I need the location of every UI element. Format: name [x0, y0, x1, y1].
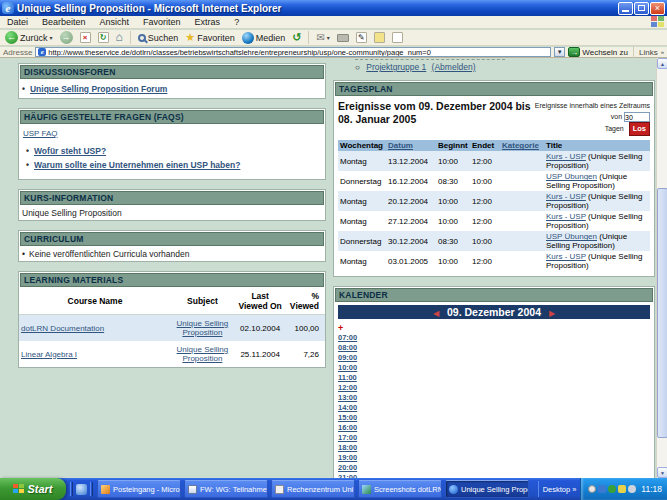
tray-scheduler-icon[interactable] — [588, 485, 596, 493]
task-button[interactable]: FW: WG: Teilnahme v... — [184, 480, 268, 498]
time-slot-link[interactable]: 12:00 — [338, 383, 362, 393]
scroll-up-icon[interactable]: ▲ — [657, 58, 667, 69]
add-event-link[interactable]: + — [338, 323, 650, 333]
links-chevron-icon[interactable]: » — [661, 49, 664, 55]
search-button[interactable]: Suchen — [136, 30, 181, 45]
time-slot-link[interactable]: 18:00 — [338, 443, 362, 453]
tray-messenger-icon[interactable] — [618, 485, 626, 493]
task-button[interactable]: Unique Selling Proposi... — [445, 480, 529, 498]
event-link[interactable]: USP Übungen — [546, 172, 597, 181]
col-last-viewed[interactable]: Last Viewed On — [234, 288, 287, 315]
task-button[interactable]: Rechenzentrum Uni K... — [271, 480, 355, 498]
next-day-icon[interactable]: ▶ — [544, 309, 560, 318]
subject-link[interactable]: Unique Selling Proposition — [177, 345, 229, 363]
edit-button[interactable]: ✎ — [354, 30, 369, 45]
days-input[interactable] — [624, 112, 650, 122]
home-button[interactable]: ⌂ — [114, 30, 125, 45]
desktop-chevron-icon[interactable]: » — [572, 485, 576, 494]
col-date-link[interactable]: Datum — [388, 141, 413, 150]
address-input[interactable]: e http://www.theservice.de/dotlrn/classe… — [35, 47, 551, 57]
mail-dropdown-icon[interactable]: ▾ — [327, 34, 330, 41]
media-button[interactable]: Medien — [240, 30, 288, 45]
minimize-button[interactable] — [618, 2, 633, 15]
tray-volume-icon[interactable] — [628, 485, 636, 493]
vertical-scrollbar[interactable]: ▲ ▼ — [656, 58, 667, 478]
task-icon — [449, 485, 458, 494]
menu-item[interactable]: ? — [227, 17, 246, 27]
time-slot-link[interactable]: 19:00 — [338, 453, 362, 463]
search-label: Suchen — [148, 33, 179, 43]
time-slot-link[interactable]: 17:00 — [338, 433, 362, 443]
stop-button[interactable]: × — [78, 30, 93, 45]
time-slot-link[interactable]: 16:00 — [338, 423, 362, 433]
messenger-button[interactable] — [372, 30, 387, 45]
logout-link[interactable]: (Abmelden) — [432, 62, 476, 72]
time-slot-link[interactable]: 15:00 — [338, 413, 362, 423]
scroll-down-icon[interactable]: ▼ — [657, 467, 667, 478]
menu-item[interactable]: Ansicht — [93, 17, 137, 27]
project-group-link[interactable]: Projektgruppe 1 — [366, 62, 426, 72]
right-column: ○ Projektgruppe 1 (Abmelden) TAGESPLAN E… — [333, 58, 655, 478]
event-link[interactable]: Kurs - USP — [546, 212, 586, 221]
task-icon — [362, 485, 371, 494]
back-button[interactable]: ← Zurück ▾ — [3, 30, 55, 45]
col-end: Endet — [470, 140, 500, 151]
forum-link[interactable]: Unique Selling Proposition Forum — [31, 82, 325, 96]
event-link[interactable]: Kurs - USP — [546, 252, 586, 261]
links-label[interactable]: Links — [639, 48, 658, 57]
time-slot-link[interactable]: 14:00 — [338, 403, 362, 413]
subject-link[interactable]: Unique Selling Proposition — [177, 319, 229, 337]
col-course-name[interactable]: Course Name — [19, 288, 171, 315]
menu-item[interactable]: Bearbeiten — [35, 17, 93, 27]
favorites-button[interactable]: ★ Favoriten — [183, 30, 236, 45]
time-slot-link[interactable]: 10:00 — [338, 363, 362, 373]
task-button[interactable]: Screenshots dotLRN.... — [358, 480, 442, 498]
faq-question-link[interactable]: Wofür steht USP? — [35, 144, 321, 158]
tray-antivirus-icon[interactable] — [608, 485, 616, 493]
address-dropdown-icon[interactable]: ▼ — [554, 47, 565, 57]
media-label: Medien — [256, 33, 286, 43]
faq-question-link[interactable]: Warum sollte eine Unternehmen einen USP … — [35, 158, 321, 172]
los-button[interactable]: Los — [629, 122, 650, 136]
discuss-button[interactable] — [390, 30, 405, 45]
restore-button[interactable] — [634, 2, 649, 15]
col-category-link[interactable]: Kategorie — [502, 141, 539, 150]
desktop-toolbar[interactable]: Desktop » — [538, 481, 581, 497]
back-dropdown-icon[interactable]: ▾ — [50, 34, 53, 41]
quick-launch — [66, 482, 97, 496]
menu-items: DateiBearbeitenAnsichtFavoritenExtras? — [0, 17, 246, 27]
event-link[interactable]: Kurs - USP — [546, 192, 586, 201]
start-button[interactable]: Start — [0, 478, 66, 500]
history-button[interactable]: ↺ — [290, 30, 303, 45]
grip-handle[interactable] — [70, 482, 73, 496]
menu-item[interactable]: Favoriten — [136, 17, 188, 27]
menu-item[interactable]: Datei — [0, 17, 35, 27]
mail-button[interactable]: ✉ ▾ — [314, 30, 331, 45]
course-link[interactable]: Linear Algebra I — [21, 350, 77, 359]
task-button[interactable]: Posteingang - Micros... — [97, 480, 181, 498]
tray-network-icon[interactable] — [598, 485, 606, 493]
refresh-button[interactable]: ↻ — [96, 30, 111, 45]
scrollbar-thumb[interactable] — [657, 188, 667, 438]
event-link[interactable]: USP Übungen — [546, 232, 597, 241]
forward-button[interactable]: → — [58, 30, 75, 45]
prev-day-icon[interactable]: ◀ — [428, 309, 444, 318]
time-slot-link[interactable]: 11:00 — [338, 373, 362, 383]
time-slot-link[interactable]: 20:00 — [338, 463, 362, 473]
menu-item[interactable]: Extras — [188, 17, 228, 27]
event-row: Montag 27.12.2004 10:00 12:00 Kurs - USP… — [338, 211, 650, 231]
close-button[interactable]: × — [650, 2, 665, 15]
event-link[interactable]: Kurs - USP — [546, 152, 586, 161]
go-button[interactable]: → Wechseln zu — [568, 47, 628, 57]
grip-handle[interactable] — [90, 482, 93, 496]
col-subject[interactable]: Subject — [171, 288, 234, 315]
col-pct-viewed[interactable]: % Viewed — [286, 288, 325, 315]
time-slot-link[interactable]: 09:00 — [338, 353, 362, 363]
quick-launch-icon[interactable] — [76, 484, 87, 495]
time-slot-link[interactable]: 13:00 — [338, 393, 362, 403]
course-link[interactable]: dotLRN Documentation — [21, 324, 104, 333]
time-slot-link[interactable]: 08:00 — [338, 343, 362, 353]
print-button[interactable] — [335, 30, 351, 45]
time-slot-link[interactable]: 07:00 — [338, 333, 362, 343]
faq-top-link[interactable]: USP FAQ — [23, 129, 58, 138]
